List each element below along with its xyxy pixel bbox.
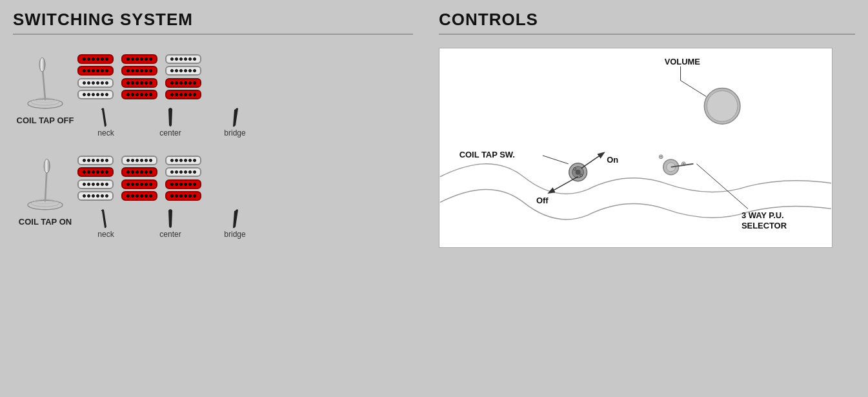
bridge-group-off-2 (165, 78, 201, 99)
switching-system-title: SWITCHING SYSTEM (13, 10, 413, 30)
center-on-label: center (159, 230, 181, 239)
bridge-coil-bot-off-2 (165, 90, 201, 99)
center-coil-bot-on-2 (121, 191, 157, 201)
center-group-on-2 (121, 179, 157, 201)
neck-switch-on-icon (96, 207, 116, 230)
right-panel: CONTROLS VOLUME COIL TAP SW. (426, 0, 868, 397)
center-switch-off: center (142, 106, 199, 137)
pickup-row-off-1 (77, 54, 263, 76)
center-label: center (159, 128, 181, 137)
controls-title: CONTROLS (439, 10, 855, 30)
bridge-coil-top-off-2 (165, 78, 201, 88)
neck-coil-top-on (77, 156, 114, 165)
center-coil-bot-on (121, 167, 157, 177)
center-group-off-1 (121, 54, 157, 76)
center-coil-top-off-2 (121, 78, 157, 88)
neck-coil-top-on-2 (77, 179, 114, 189)
neck-switch-on: neck (77, 207, 134, 239)
svg-text:On: On (607, 155, 618, 165)
bridge-switch-icon (225, 106, 245, 128)
neck-coil-bot-off (77, 66, 114, 76)
svg-point-20 (576, 170, 581, 175)
controls-svg: VOLUME COIL TAP SW. Off On (439, 48, 832, 247)
center-group-off-2 (121, 78, 157, 99)
coil-tap-on-label: COIL TAP ON (19, 217, 72, 227)
center-coil-bot-off (121, 66, 157, 76)
bridge-on-label: bridge (224, 230, 245, 239)
svg-text:COIL TAP SW.: COIL TAP SW. (459, 150, 515, 159)
bridge-switch-off: bridge (207, 106, 263, 137)
svg-text:Off: Off (536, 196, 549, 205)
bridge-coil-bot-off (165, 66, 201, 76)
neck-group-off-1 (77, 54, 114, 76)
coil-tap-off-lever: COIL TAP OFF (13, 48, 77, 125)
neck-coil-bot-on-2 (77, 191, 114, 201)
svg-point-15 (707, 91, 738, 122)
lever-on-icon (23, 156, 68, 214)
neck-coil-top-off-2 (77, 78, 114, 88)
svg-point-9 (44, 159, 50, 173)
svg-text:3 WAY P.U.: 3 WAY P.U. (742, 210, 784, 220)
svg-point-4 (39, 57, 45, 72)
pickup-row-on-1 (77, 156, 263, 177)
center-switch-on-icon (161, 207, 180, 230)
switch-icons-off: neck center bridge (77, 106, 263, 137)
neck-coil-bot-on (77, 167, 114, 177)
bridge-coil-bot-on-2 (165, 191, 201, 201)
bridge-label: bridge (224, 128, 245, 137)
center-coil-bot-off-2 (121, 90, 157, 99)
bridge-switch-on-icon (225, 207, 245, 230)
center-coil-top-on (121, 156, 157, 165)
neck-group-off-2 (77, 78, 114, 99)
coil-tap-off-section: COIL TAP OFF (13, 48, 413, 137)
neck-label: neck (97, 128, 114, 137)
left-divider (13, 34, 413, 35)
coil-tap-on-lever: COIL TAP ON (13, 149, 77, 227)
coil-tap-off-label: COIL TAP OFF (17, 116, 74, 125)
center-group-on-1 (121, 156, 157, 177)
right-divider (439, 34, 855, 35)
pickup-row-off-2 (77, 78, 263, 99)
lever-off-icon (23, 54, 68, 112)
pickup-row-on-2 (77, 179, 263, 201)
coil-tap-on-section: COIL TAP ON (13, 149, 413, 239)
bridge-switch-on: bridge (207, 207, 263, 239)
neck-group-on-1 (77, 156, 114, 177)
svg-text:⊕: ⊕ (658, 153, 663, 160)
controls-diagram: VOLUME COIL TAP SW. Off On (439, 48, 833, 248)
bridge-coil-top-on-2 (165, 179, 201, 189)
switch-icons-on: neck center bridge (77, 207, 263, 239)
pickup-grid-on: neck center bridge (77, 156, 263, 239)
svg-text:SELECTOR: SELECTOR (742, 221, 787, 230)
bridge-group-on-1 (165, 156, 201, 177)
neck-switch-off: neck (77, 106, 134, 137)
center-coil-top-on-2 (121, 179, 157, 189)
bridge-coil-bot-on (165, 167, 201, 177)
neck-group-on-2 (77, 179, 114, 201)
bridge-group-on-2 (165, 179, 201, 201)
center-coil-top-off (121, 54, 157, 64)
left-panel: SWITCHING SYSTEM (0, 0, 426, 397)
svg-text:VOLUME: VOLUME (665, 57, 701, 66)
neck-coil-top-off (77, 54, 114, 64)
neck-switch-icon (96, 106, 116, 128)
bridge-coil-top-off (165, 54, 201, 64)
pickup-grid-off: neck center bridge (77, 54, 263, 137)
neck-on-label: neck (97, 230, 114, 239)
center-switch-icon (161, 106, 180, 128)
center-switch-on: center (142, 207, 199, 239)
bridge-group-off-1 (165, 54, 201, 76)
neck-coil-bot-off-2 (77, 90, 114, 99)
bridge-coil-top-on (165, 156, 201, 165)
